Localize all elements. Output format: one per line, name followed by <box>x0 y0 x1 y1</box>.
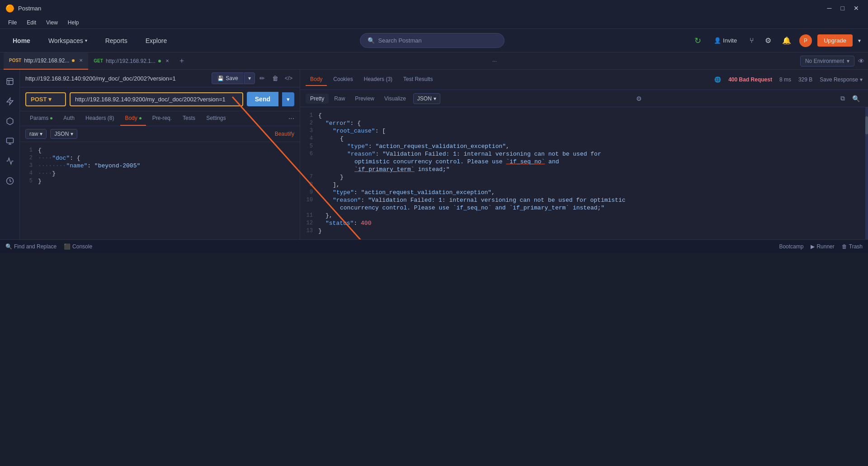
upgrade-dropdown-icon[interactable]: ▾ <box>858 38 861 44</box>
body-type-json[interactable]: JSON ▾ <box>50 129 77 139</box>
tab-close-post[interactable]: ✕ <box>79 58 83 63</box>
find-replace-icon: 🔍 <box>5 243 12 250</box>
status-badge: 400 Bad Request <box>728 76 772 83</box>
search-bar[interactable]: 🔍 Search Postman <box>360 33 505 48</box>
sidebar-item-history[interactable] <box>2 173 18 189</box>
nav-home[interactable]: Home <box>7 34 36 47</box>
environment-selector[interactable]: No Environment ▾ <box>800 56 854 67</box>
post-method-label: POST <box>9 58 21 63</box>
runner-btn[interactable]: ▶ Runner <box>811 243 834 250</box>
body-dot <box>139 117 142 119</box>
req-tab-params[interactable]: Params <box>25 111 57 126</box>
sidebar-item-collections[interactable] <box>2 73 18 90</box>
runner-icon: ▶ <box>811 243 815 250</box>
send-dropdown-btn[interactable]: ▾ <box>282 92 294 106</box>
menu-view[interactable]: View <box>42 18 62 27</box>
resp-filter-btn[interactable]: ⚙ <box>633 93 645 104</box>
method-chevron-icon: ▾ <box>48 96 52 103</box>
req-tab-body[interactable]: Body <box>120 111 146 126</box>
tab-get-url: http://192.168.92.1... <box>106 58 156 64</box>
save-resp-chevron-icon: ▾ <box>860 76 863 83</box>
env-chevron-icon: ▾ <box>847 58 849 64</box>
params-dot <box>50 117 52 119</box>
settings-icon[interactable]: ⚙ <box>762 33 774 48</box>
edit-btn[interactable]: ✏ <box>257 73 268 84</box>
resp-time: 8 ms <box>779 76 791 83</box>
json-chevron-icon: ▾ <box>434 95 436 102</box>
resp-raw-btn[interactable]: Raw <box>330 94 349 104</box>
req-tabs-more[interactable]: ··· <box>288 114 294 123</box>
resp-search-btn[interactable]: 🔍 <box>849 93 863 104</box>
send-button[interactable]: Send <box>247 92 278 106</box>
save-button[interactable]: 💾 Save ▾ <box>212 72 255 84</box>
resp-size: 329 B <box>798 76 812 83</box>
new-tab-btn[interactable]: ＋ <box>175 54 189 67</box>
bootcamp-btn[interactable]: Bootcamp <box>779 243 803 250</box>
resp-visualize-btn[interactable]: Visualize <box>380 94 410 104</box>
sync-icon[interactable]: ↻ <box>692 33 704 48</box>
delete-btn[interactable]: 🗑 <box>269 73 281 84</box>
menu-help[interactable]: Help <box>63 18 84 27</box>
menu-edit[interactable]: Edit <box>22 18 41 27</box>
resp-preview-btn[interactable]: Preview <box>350 94 379 104</box>
more-tabs-btn[interactable]: ··· <box>489 56 500 66</box>
trash-btn[interactable]: 🗑 Trash <box>842 243 863 250</box>
tab-dot-get <box>158 60 161 62</box>
trash-icon: 🗑 <box>842 243 847 250</box>
sidebar-item-environments[interactable] <box>2 113 18 129</box>
close-btn[interactable]: ✕ <box>850 4 863 13</box>
search-icon: 🔍 <box>368 37 375 44</box>
get-method-label: GET <box>94 58 103 63</box>
avatar[interactable]: P <box>799 34 812 47</box>
upgrade-btn[interactable]: Upgrade <box>817 34 853 47</box>
sidebar-item-mock-servers[interactable] <box>2 133 18 149</box>
env-visibility-btn[interactable]: 👁 <box>858 57 864 65</box>
invite-icon: 👤 <box>714 37 721 44</box>
save-icon: 💾 <box>217 76 224 81</box>
method-selector[interactable]: POST ▾ <box>25 92 66 106</box>
url-input[interactable] <box>70 92 243 106</box>
resp-json-selector[interactable]: JSON ▾ <box>413 93 440 104</box>
tab-dot-post <box>72 59 75 62</box>
notifications-icon[interactable]: 🔔 <box>779 33 794 48</box>
menu-file[interactable]: File <box>4 18 21 27</box>
git-icon[interactable]: ⑂ <box>747 34 757 48</box>
resp-tab-body[interactable]: Body <box>306 73 327 86</box>
beautify-btn[interactable]: Beautify <box>275 131 294 137</box>
url-display: http://192.168.92.140:9200/my_doc/_doc/2… <box>25 75 212 82</box>
nav-workspaces[interactable]: Workspaces ▾ <box>43 34 93 47</box>
sidebar-item-apis[interactable] <box>2 93 18 109</box>
type-chevron-icon: ▾ <box>71 131 73 137</box>
resp-tab-headers[interactable]: Headers (3) <box>359 73 397 86</box>
nav-explore[interactable]: Explore <box>140 34 172 47</box>
resp-tab-test-results[interactable]: Test Results <box>399 73 437 86</box>
invite-btn[interactable]: 👤 Invite <box>709 34 741 47</box>
tab-post[interactable]: POST http://192.168.92... ✕ <box>4 52 88 70</box>
req-tab-prereq[interactable]: Pre-req. <box>148 111 176 126</box>
console-icon: ⬛ <box>64 243 71 250</box>
req-tab-auth[interactable]: Auth <box>59 111 79 126</box>
console-btn[interactable]: ⬛ Console <box>64 243 92 250</box>
find-replace-btn[interactable]: 🔍 Find and Replace <box>5 243 57 250</box>
body-format-raw[interactable]: raw ▾ <box>25 129 47 139</box>
nav-reports[interactable]: Reports <box>100 34 133 47</box>
resp-pretty-btn[interactable]: Pretty <box>306 94 329 104</box>
tab-close-get[interactable]: ✕ <box>165 58 169 63</box>
req-tab-tests[interactable]: Tests <box>178 111 200 126</box>
format-chevron-icon: ▾ <box>40 131 42 137</box>
sidebar-item-monitors[interactable] <box>2 153 18 169</box>
tab-post-url: http://192.168.92... <box>24 57 69 64</box>
app-title: Postman <box>18 5 41 12</box>
svg-rect-1 <box>6 138 13 143</box>
req-tab-settings[interactable]: Settings <box>202 111 230 126</box>
save-response-btn[interactable]: Save Response ▾ <box>820 76 863 83</box>
req-tab-headers[interactable]: Headers (8) <box>81 111 118 126</box>
globe-indicator: 🌐 <box>714 76 721 83</box>
minimize-btn[interactable]: ─ <box>824 4 835 13</box>
resp-tab-cookies[interactable]: Cookies <box>329 73 357 86</box>
maximize-btn[interactable]: □ <box>837 4 848 13</box>
code-btn[interactable]: </> <box>283 73 294 83</box>
tab-get[interactable]: GET http://192.168.92.1... ✕ <box>88 52 175 70</box>
save-dropdown-btn[interactable]: ▾ <box>244 72 255 84</box>
resp-copy-btn[interactable]: ⧉ <box>838 93 848 104</box>
